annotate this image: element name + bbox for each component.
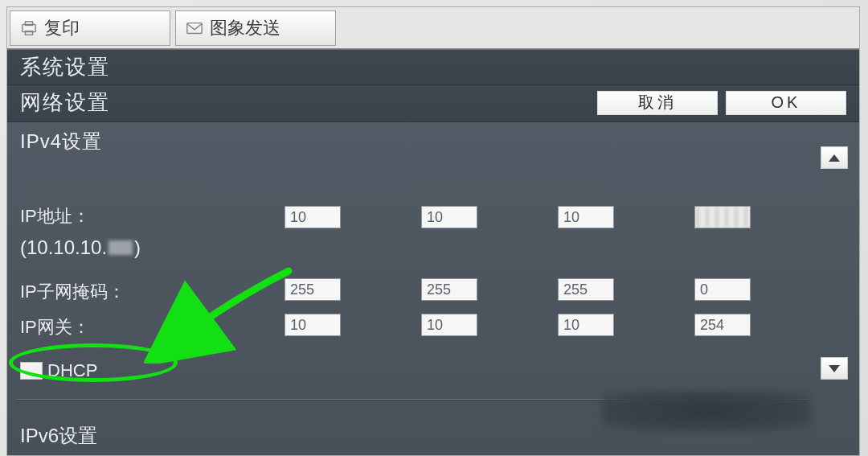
chevron-up-icon	[829, 154, 840, 162]
system-settings-title: 系统设置	[20, 55, 110, 79]
gateway-octet-2-value: 10	[427, 317, 443, 334]
dhcp-label: DHCP	[47, 360, 97, 381]
tab-image-send[interactable]: 图象发送	[175, 10, 336, 46]
ip-octet-1-value: 10	[290, 209, 306, 226]
ip-octet-2[interactable]: 10	[421, 206, 477, 228]
dhcp-option[interactable]: DHCP	[20, 360, 97, 381]
gateway-octet-3[interactable]: 10	[558, 314, 614, 336]
ipv6-section-title: IPv6设置	[20, 423, 97, 449]
ip-octet-4[interactable]	[694, 206, 751, 228]
scroll-down-button[interactable]	[821, 357, 848, 380]
gateway-octet-2[interactable]: 10	[421, 314, 477, 336]
current-ip-obscured	[108, 240, 133, 255]
screen: 复印 图象发送 系统设置 网络设置 取消 OK IPv4设置	[0, 0, 868, 456]
obscured-region	[602, 391, 811, 431]
dhcp-checkbox[interactable]	[20, 362, 43, 380]
subnet-octet-1-value: 255	[290, 281, 314, 298]
gateway-octet-4[interactable]: 254	[694, 314, 751, 336]
copy-icon	[20, 20, 38, 36]
settings-body: IPv4设置 IP地址： (10.10.10. ) IP子网掩码： IP网关： …	[7, 122, 859, 455]
subnet-octet-3[interactable]: 255	[558, 278, 614, 301]
cancel-button-label: 取消	[638, 92, 677, 113]
network-settings-bar: 网络设置 取消 OK	[7, 85, 859, 122]
ip-address-label: IP地址：	[20, 204, 90, 228]
svg-rect-2	[25, 31, 32, 35]
ok-button-label: OK	[772, 93, 801, 112]
tab-copy-label: 复印	[44, 16, 80, 40]
subnet-octet-2-value: 255	[427, 281, 451, 298]
current-ip-suffix: )	[134, 236, 141, 259]
gateway-octet-4-value: 254	[700, 317, 724, 334]
ip-address-row: 10 10 10	[285, 206, 751, 228]
panel: 复印 图象发送 系统设置 网络设置 取消 OK IPv4设置	[6, 6, 860, 456]
ip-octet-1[interactable]: 10	[285, 206, 341, 228]
ipv4-section-title: IPv4设置	[7, 122, 859, 159]
gateway-octet-1-value: 10	[290, 317, 306, 334]
gateway-octet-3-value: 10	[563, 317, 579, 334]
subnet-octet-1[interactable]: 255	[285, 278, 341, 301]
ip-octet-3[interactable]: 10	[558, 206, 614, 228]
current-ip-prefix: (10.10.10.	[20, 236, 107, 259]
image-send-icon	[186, 20, 203, 36]
ip-octet-2-value: 10	[427, 209, 443, 226]
dialog-buttons: 取消 OK	[597, 91, 846, 115]
network-settings-title: 网络设置	[20, 88, 110, 117]
ok-button[interactable]: OK	[726, 91, 846, 115]
svg-rect-3	[187, 23, 202, 34]
subnet-row: 255 255 255 0	[285, 278, 751, 301]
svg-rect-1	[25, 22, 32, 26]
tab-bar: 复印 图象发送	[7, 7, 859, 49]
ip-octet-3-value: 10	[563, 209, 579, 226]
scroll-up-button[interactable]	[821, 146, 848, 169]
subnet-octet-3-value: 255	[563, 281, 588, 298]
chevron-down-icon	[829, 365, 840, 372]
gateway-octet-1[interactable]: 10	[285, 314, 341, 336]
subnet-octet-2[interactable]: 255	[421, 278, 477, 301]
tab-copy[interactable]: 复印	[10, 10, 170, 46]
scrollbar	[821, 146, 848, 380]
system-settings-bar: 系统设置	[7, 49, 859, 85]
annotation-arrow-icon	[144, 267, 297, 364]
cancel-button[interactable]: 取消	[597, 91, 718, 115]
ip-octet-4-obscured	[695, 207, 750, 228]
gateway-row: 10 10 10 254	[285, 314, 751, 336]
subnet-label: IP子网掩码：	[20, 280, 125, 304]
subnet-octet-4[interactable]: 0	[694, 278, 751, 301]
subnet-octet-4-value: 0	[700, 281, 708, 298]
current-ip: (10.10.10. )	[20, 236, 141, 259]
tab-image-send-label: 图象发送	[210, 16, 280, 40]
gateway-label: IP网关：	[20, 315, 90, 339]
